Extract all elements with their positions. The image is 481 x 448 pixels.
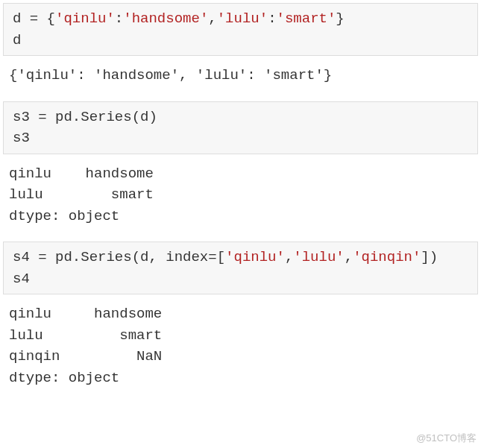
code-token: pd.Series(d, index <box>47 249 209 265</box>
string-literal: 'qinlu' <box>55 10 115 27</box>
string-literal: 'handsome' <box>123 10 208 27</box>
string-literal: 'lulu' <box>293 249 344 265</box>
string-literal: 'smart' <box>277 10 336 27</box>
code-token: s3 <box>13 109 38 125</box>
code-line: s4 <box>13 271 30 287</box>
code-token: ]) <box>421 249 438 265</box>
code-token: , <box>285 249 293 265</box>
output-cell-2: qinlu handsome lulu smart dtype: object <box>0 160 481 239</box>
code-token: pd.Series(d) <box>47 109 157 125</box>
code-token: : <box>268 10 276 27</box>
code-token: , <box>345 249 353 265</box>
code-token: , <box>208 10 216 27</box>
code-cell-2: s3 = pd.Series(d) s3 <box>3 101 478 154</box>
code-token: } <box>336 10 344 27</box>
op-equals: = <box>38 249 46 265</box>
code-line: s3 <box>13 130 30 146</box>
code-line: d <box>13 32 21 48</box>
string-literal: 'qinlu' <box>225 249 285 265</box>
string-literal: 'qinqin' <box>353 249 421 265</box>
op-equals: = <box>208 249 216 265</box>
code-cell-3: s4 = pd.Series(d, index=['qinlu','lulu',… <box>3 242 478 294</box>
output-cell-1: {'qinlu': 'handsome', 'lulu': 'smart'} <box>0 62 481 98</box>
code-token: d <box>13 10 30 27</box>
code-token: { <box>38 10 55 27</box>
code-token: [ <box>217 249 225 265</box>
string-literal: 'lulu' <box>217 10 268 27</box>
op-equals: = <box>38 109 46 125</box>
code-token: s4 <box>13 249 38 265</box>
code-cell-1: d = {'qinlu':'handsome','lulu':'smart'} … <box>3 3 478 56</box>
code-token: : <box>115 10 123 27</box>
output-cell-3: qinlu handsome lulu smart qinqin NaN dty… <box>0 300 481 400</box>
op-equals: = <box>30 10 38 27</box>
watermark-text: @51CTO博客 <box>416 431 477 446</box>
